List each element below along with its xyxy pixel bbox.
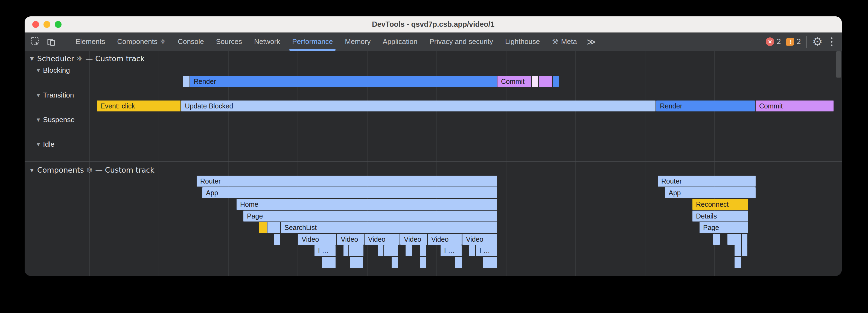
flame-bar-commit[interactable]: Commit xyxy=(755,101,834,111)
tab-network[interactable]: Network xyxy=(248,33,286,51)
performance-flamechart[interactable]: ▼ Scheduler ⚛ — Custom track ▼Blocking▼T… xyxy=(25,51,842,276)
flame-bar[interactable] xyxy=(350,257,363,268)
close-button[interactable] xyxy=(32,21,39,28)
flame-bar-l-[interactable]: L… xyxy=(476,245,497,256)
flame-bar-event-click[interactable]: Event: click xyxy=(97,101,181,111)
flame-bar[interactable] xyxy=(274,234,280,245)
flame-bar-router[interactable]: Router xyxy=(658,176,755,186)
flame-bar[interactable] xyxy=(735,245,741,256)
tab-label: Memory xyxy=(345,37,371,46)
flame-bar-app[interactable]: App xyxy=(203,187,497,198)
zoom-button[interactable] xyxy=(55,21,62,28)
flame-bar-commit[interactable]: Commit xyxy=(497,76,531,87)
tab-components[interactable]: Components⚛ xyxy=(111,33,172,51)
flame-bar[interactable] xyxy=(539,76,552,87)
flame-bar[interactable] xyxy=(532,76,538,87)
flame-bar[interactable] xyxy=(553,76,559,87)
scheduler-lane-transition[interactable]: ▼Transition xyxy=(37,91,74,99)
collapse-arrow-icon[interactable]: ▼ xyxy=(30,167,34,173)
tab-label: Console xyxy=(178,37,204,46)
titlebar[interactable]: DevTools - qsvd7p.csb.app/video/1 xyxy=(25,16,842,33)
flame-bar[interactable] xyxy=(483,257,497,268)
error-count: 2 xyxy=(777,37,781,46)
lane-label: Idle xyxy=(43,140,55,148)
flame-bar-app[interactable]: App xyxy=(665,187,755,198)
scheduler-lane-blocking[interactable]: ▼Blocking xyxy=(37,66,70,75)
flame-bar-router[interactable]: Router xyxy=(197,176,497,186)
flame-bar[interactable] xyxy=(343,245,348,256)
tab-memory[interactable]: Memory xyxy=(339,33,377,51)
tab-meta[interactable]: ⚒Meta xyxy=(546,33,583,51)
settings-gear-icon[interactable]: ⚙ xyxy=(812,36,823,47)
warning-badge[interactable]: ! 2 xyxy=(786,37,801,46)
tab-performance[interactable]: Performance xyxy=(286,33,339,51)
flame-bar[interactable] xyxy=(713,234,720,245)
error-badge[interactable]: × 2 xyxy=(766,37,781,46)
flame-bar-l-[interactable]: L… xyxy=(440,245,462,256)
minimize-button[interactable] xyxy=(43,21,50,28)
flame-bar[interactable] xyxy=(268,222,280,233)
flame-bar[interactable] xyxy=(727,234,741,245)
tab-label: Meta xyxy=(561,37,577,46)
flame-bar-video[interactable]: Video xyxy=(400,234,427,245)
flame-bar-video[interactable]: Video xyxy=(298,234,336,245)
flame-bar[interactable] xyxy=(349,245,364,256)
flame-bar[interactable] xyxy=(742,245,747,256)
collapse-arrow-icon[interactable]: ▼ xyxy=(37,142,40,147)
flame-bar-video[interactable]: Video xyxy=(365,234,400,245)
device-toolbar-icon[interactable] xyxy=(46,37,56,47)
devtools-window: DevTools - qsvd7p.csb.app/video/1 Elemen… xyxy=(25,16,842,276)
flame-bar[interactable] xyxy=(742,234,747,245)
flame-bar[interactable] xyxy=(735,257,741,268)
flame-bar[interactable] xyxy=(183,76,189,87)
components-track-header[interactable]: ▼ Components ⚛ — Custom track xyxy=(30,166,155,174)
vertical-scrollbar-thumb[interactable] xyxy=(836,51,841,77)
toolbar-left-icons xyxy=(25,37,69,47)
flame-bar-searchlist[interactable]: SearchList xyxy=(281,222,497,233)
flame-bar-page[interactable]: Page xyxy=(700,222,748,233)
traffic-lights xyxy=(32,16,62,32)
scheduler-lane-suspense[interactable]: ▼Suspense xyxy=(37,115,75,124)
kebab-menu-icon[interactable] xyxy=(828,37,835,46)
flame-bar-home[interactable]: Home xyxy=(237,199,497,210)
tab-console[interactable]: Console xyxy=(172,33,210,51)
tab-privacy-and-security[interactable]: Privacy and security xyxy=(423,33,499,51)
inspect-element-icon[interactable] xyxy=(30,37,40,47)
flame-bar[interactable] xyxy=(469,245,475,256)
flame-bar[interactable] xyxy=(406,245,412,256)
scheduler-lane-idle[interactable]: ▼Idle xyxy=(37,140,55,148)
flame-bar[interactable] xyxy=(420,245,426,256)
flame-bar-video[interactable]: Video xyxy=(428,234,462,245)
flame-bar-render[interactable]: Render xyxy=(656,101,755,111)
atom-icon: ⚛ xyxy=(160,38,166,46)
flame-bar-video[interactable]: Video xyxy=(462,234,497,245)
flame-bar[interactable] xyxy=(384,245,398,256)
collapse-arrow-icon[interactable]: ▼ xyxy=(37,117,40,123)
toolbar-right: × 2 ! 2 ⚙ xyxy=(766,36,842,48)
more-tabs-button[interactable]: ≫ xyxy=(583,33,599,51)
flame-bar-video[interactable]: Video xyxy=(337,234,364,245)
scheduler-track-header[interactable]: ▼ Scheduler ⚛ — Custom track xyxy=(30,54,145,63)
tab-sources[interactable]: Sources xyxy=(210,33,248,51)
flame-bar[interactable] xyxy=(378,245,383,256)
scheduler-track-label: Scheduler ⚛ — Custom track xyxy=(37,54,145,63)
flame-bar-l-[interactable]: L… xyxy=(314,245,336,256)
collapse-arrow-icon[interactable]: ▼ xyxy=(37,93,40,98)
flame-bar[interactable] xyxy=(420,257,426,268)
flame-bar-reconnect[interactable]: Reconnect xyxy=(692,199,748,210)
warning-icon: ! xyxy=(786,38,794,46)
flame-bar-update-blocked[interactable]: Update Blocked xyxy=(181,101,655,111)
flame-bar[interactable] xyxy=(455,257,462,268)
flame-bar-page[interactable]: Page xyxy=(243,211,497,221)
tab-lighthouse[interactable]: Lighthouse xyxy=(499,33,546,51)
flame-bar[interactable] xyxy=(322,257,336,268)
flame-bar-render[interactable]: Render xyxy=(190,76,497,87)
tab-application[interactable]: Application xyxy=(377,33,423,51)
collapse-arrow-icon[interactable]: ▼ xyxy=(30,56,34,62)
flame-bar[interactable] xyxy=(392,257,398,268)
timeline-gridline xyxy=(89,51,90,276)
tab-elements[interactable]: Elements xyxy=(69,33,111,51)
collapse-arrow-icon[interactable]: ▼ xyxy=(37,68,40,73)
flame-bar-details[interactable]: Details xyxy=(692,211,748,221)
flame-bar[interactable] xyxy=(259,222,267,233)
